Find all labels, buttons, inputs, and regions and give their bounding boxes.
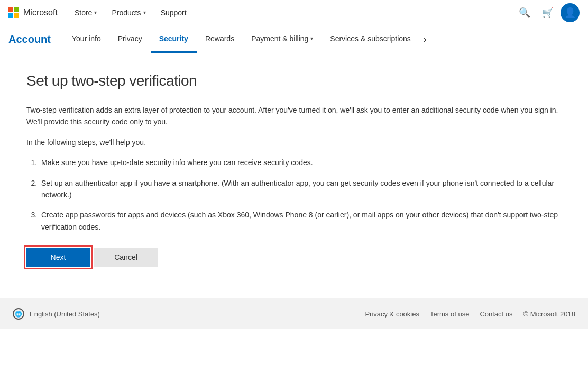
account-avatar-icon: 👤 (564, 7, 576, 19)
nav-store[interactable]: Store ▾ (68, 0, 103, 25)
nav-more-icon: › (424, 34, 427, 45)
ms-logo-grid (8, 7, 19, 18)
globe-icon: 🌐 (13, 308, 24, 320)
account-avatar[interactable]: 👤 (561, 3, 580, 22)
nav-services-subscriptions[interactable]: Services & subscriptions (321, 25, 419, 53)
step-2: Set up an authenticator app if you have … (39, 177, 562, 201)
nav-products-label: Products (112, 8, 141, 17)
copyright: © Microsoft 2018 (523, 310, 575, 318)
logo-text: Microsoft (23, 8, 58, 17)
account-nav: Account Your info Privacy Security Rewar… (0, 25, 588, 53)
top-nav: Microsoft Store ▾ Products ▾ Support 🔍 🛒… (0, 0, 588, 25)
cart-icon: 🛒 (542, 7, 554, 19)
main-content: Set up two-step verification Two-step ve… (14, 53, 574, 298)
nav-products[interactable]: Products ▾ (105, 0, 152, 25)
intro-paragraph-2: In the following steps, we'll help you. (26, 137, 562, 148)
next-button[interactable]: Next (26, 248, 90, 267)
privacy-cookies-link[interactable]: Privacy & cookies (365, 310, 419, 318)
footer-language: English (United States) (30, 310, 100, 318)
nav-more-button[interactable]: › (419, 25, 431, 53)
intro-paragraph-1: Two-step verification adds an extra laye… (26, 104, 562, 128)
nav-support-label: Support (161, 8, 187, 17)
cart-button[interactable]: 🛒 (537, 2, 558, 23)
cancel-button[interactable]: Cancel (94, 248, 158, 267)
account-nav-title: Account (8, 25, 59, 53)
steps-list: Make sure you have up-to-date security i… (39, 157, 562, 233)
button-row: Next Cancel (26, 248, 562, 267)
footer-left: 🌐 English (United States) (13, 308, 100, 320)
nav-payment-billing[interactable]: Payment & billing ▾ (243, 25, 321, 53)
nav-store-label: Store (75, 8, 92, 17)
nav-security[interactable]: Security (151, 25, 197, 53)
nav-support[interactable]: Support (154, 0, 193, 25)
terms-of-use-link[interactable]: Terms of use (430, 310, 469, 318)
top-nav-icons: 🔍 🛒 👤 (514, 2, 580, 23)
nav-products-chevron: ▾ (143, 10, 146, 15)
footer: 🌐 English (United States) Privacy & cook… (0, 298, 588, 329)
step-1: Make sure you have up-to-date security i… (39, 157, 562, 168)
nav-store-chevron: ▾ (94, 10, 97, 15)
microsoft-logo[interactable]: Microsoft (8, 7, 58, 18)
top-nav-links: Store ▾ Products ▾ Support (68, 0, 514, 25)
nav-rewards[interactable]: Rewards (197, 25, 243, 53)
contact-us-link[interactable]: Contact us (480, 310, 512, 318)
page-title: Set up two-step verification (26, 72, 562, 89)
nav-your-info[interactable]: Your info (63, 25, 109, 53)
payment-chevron-icon: ▾ (310, 35, 313, 41)
search-icon: 🔍 (519, 7, 530, 19)
step-3: Create app passwords for apps and device… (39, 209, 562, 233)
nav-privacy[interactable]: Privacy (109, 25, 151, 53)
search-button[interactable]: 🔍 (514, 2, 535, 23)
footer-right: Privacy & cookies Terms of use Contact u… (365, 310, 575, 318)
